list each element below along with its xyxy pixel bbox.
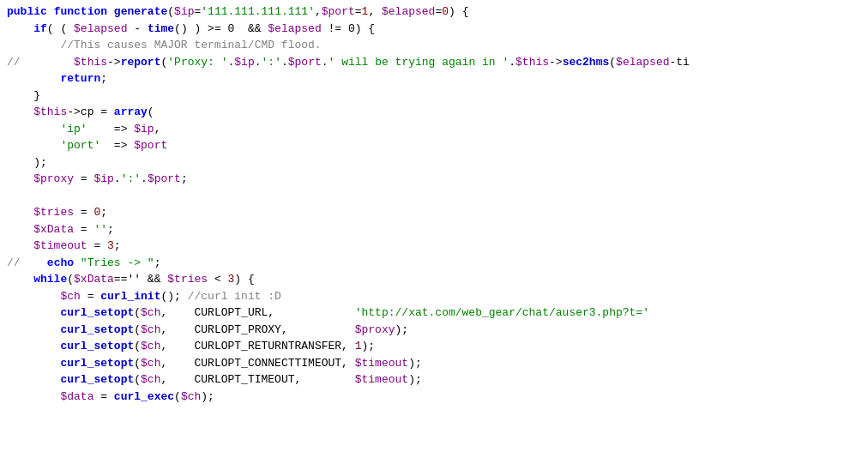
code-token: ); [408,355,422,372]
code-line: while($xData=='' && $tries < 3) { [0,271,868,288]
code-token: curl_setopt [60,304,134,322]
code-token: = [74,171,93,188]
code-token: ( [134,371,141,389]
code-token: - [127,21,147,38]
code-token [33,255,47,272]
code-token: = [195,3,202,21]
code-token [7,204,33,221]
code-token [7,304,60,322]
code-token [7,221,33,238]
code-token [7,389,60,406]
code-token [107,3,114,21]
code-token [7,70,60,87]
code-token: //This causes MAJOR terminal/CMD flood. [60,37,321,54]
code-line: $timeout = 3; [0,238,868,255]
code-token: //curl init :D [188,288,281,305]
code-token [74,255,81,272]
code-token: if [33,21,47,38]
code-line: $tries = 0; [0,204,868,221]
code-token: ; [100,70,107,87]
code-token: ' will be trying again in ' [329,54,509,71]
code-token: 'port' [60,137,100,154]
code-token: public [7,3,47,21]
code-token: ( [160,54,167,71]
code-token: ); [395,322,409,339]
code-line: } [0,87,868,105]
code-token: ( [67,271,74,288]
code-token: curl_setopt [60,371,134,389]
code-token: ); [362,338,376,355]
code-token: $elapsed [382,3,435,21]
code-line: curl_setopt($ch, CURLOPT_RETURNTRANSFER,… [0,338,868,355]
code-token: -> [549,54,563,71]
code-token [7,21,33,38]
code-token: , CURLOPT_PROXY, [160,322,354,339]
code-token: =='' && [114,271,167,288]
code-token: . [509,54,515,71]
code-token: = [87,238,107,255]
code-editor: public function generate($ip='111.111.11… [0,0,868,476]
code-line: public function generate($ip='111.111.11… [0,3,868,21]
code-line [0,188,868,205]
code-token: . [322,54,329,71]
code-token: , [154,121,161,138]
code-line: curl_setopt($ch, CURLOPT_URL, 'http://xa… [0,304,868,322]
code-token: '' [93,221,107,238]
code-token: // [7,54,21,71]
code-token: $ch [141,355,160,372]
code-token [7,355,60,372]
code-token [7,371,60,389]
code-token: ':' [262,54,281,71]
code-line: $data = curl_exec($ch); [0,389,868,406]
code-token [7,137,60,154]
code-token: ( [148,104,154,121]
code-token: echo [47,255,74,272]
code-token: $data [60,389,93,406]
code-token: 'ip' [60,121,87,138]
code-token: $ch [141,371,160,389]
code-token: curl_exec [114,389,174,406]
code-token: $proxy [33,171,74,188]
code-token: $tries [167,271,208,288]
code-token [7,121,60,138]
code-line: 'ip' => $ip, [0,121,868,138]
code-token: 3 [107,238,114,255]
code-line: curl_setopt($ch, CURLOPT_PROXY, $proxy); [0,322,868,339]
code-token: = [74,204,93,221]
code-token: ( [134,322,141,339]
code-token: , [368,3,382,21]
code-token: ( [134,355,141,372]
code-token: ) { [449,3,468,21]
code-token: $ip [93,171,113,188]
code-token: sec2hms [563,54,610,71]
code-token: 'http://xat.com/web_gear/chat/auser3.php… [355,304,649,322]
code-token: = [93,389,113,406]
code-token: $this [515,54,549,71]
code-token: , CURLOPT_RETURNTRANSFER, [160,338,354,355]
code-token: $ch [141,322,160,339]
code-token: $ch [141,338,160,355]
code-token: (); [160,288,187,305]
code-line: // $this->report('Proxy: '.$ip.':'.$port… [0,54,868,71]
code-token: $xData [74,271,114,288]
code-token [21,54,74,71]
code-token: $timeout [355,355,408,372]
code-line: curl_setopt($ch, CURLOPT_TIMEOUT, $timeo… [0,371,868,389]
code-token: ; [181,171,188,188]
code-token: '111.111.111.111' [201,3,315,21]
code-line: 'port' => $port [0,137,868,154]
code-token: 0 [93,204,100,221]
code-line: ); [0,154,868,172]
code-token [47,3,54,21]
code-token: = [74,221,93,238]
code-token: // [7,255,33,272]
code-token: "Tries -> " [81,255,154,272]
code-token [7,338,60,355]
code-token [7,104,33,121]
code-token: 0 [442,3,449,21]
code-token: ; [154,255,161,272]
code-token: , CURLOPT_CONNECTTIMEOUT, [160,355,354,372]
code-token: $elapsed [74,21,127,38]
code-token: ) { [234,271,254,288]
code-token: . [141,171,148,188]
